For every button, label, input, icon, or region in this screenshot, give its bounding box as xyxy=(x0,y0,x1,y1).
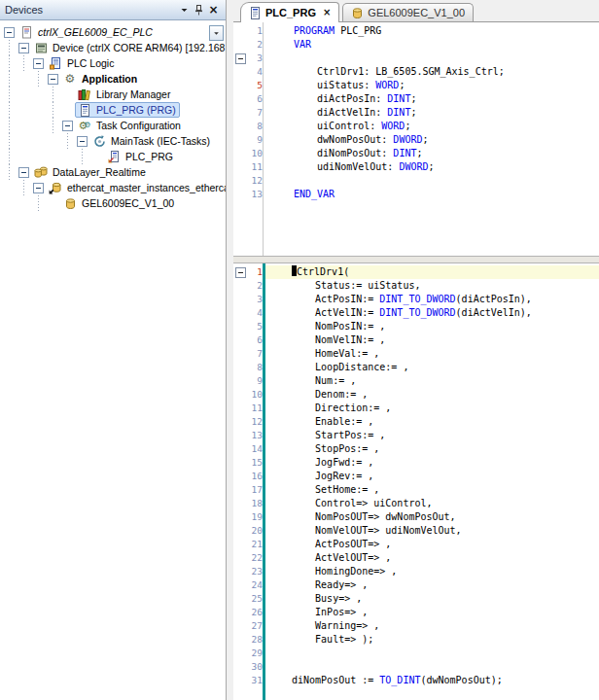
line-number: 10 xyxy=(247,147,263,160)
body-line-5[interactable]: 5 NomPosIN:= , xyxy=(233,320,599,333)
line-number: 4 xyxy=(247,65,263,79)
tree-collapse-toggle[interactable] xyxy=(33,58,44,69)
decl-line-10[interactable]: 10 diNomPosOut: DINT; xyxy=(233,147,599,160)
tree-item-device-ctrlx-core-arm64-192-168-0-1[interactable]: Device (ctrlX CORE ARM64) [192.168.0.1] xyxy=(0,40,226,55)
tree-guide xyxy=(18,71,33,87)
fold-toggle[interactable] xyxy=(235,267,246,278)
fold-margin xyxy=(233,647,247,660)
tree-collapse-toggle[interactable] xyxy=(4,27,15,38)
body-line-1[interactable]: 1CtrlDrv1( xyxy=(233,265,599,279)
editor-tab-plc-prg[interactable]: PLC_PRG× xyxy=(240,2,339,22)
close-icon[interactable]: × xyxy=(206,3,221,17)
tree-guide xyxy=(4,40,18,55)
tree-collapse-toggle[interactable] xyxy=(77,136,88,147)
body-line-23[interactable]: 23 HomingDone=> , xyxy=(233,565,599,578)
decl-line-4[interactable]: 4 CtrlDrv1: LB_6505.SGM_Axis_Ctrl; xyxy=(233,65,599,79)
body-line-17[interactable]: 17 SetHome:= , xyxy=(233,483,599,497)
active-application-dropdown[interactable] xyxy=(209,25,224,41)
decl-line-7[interactable]: 7 diActVelIn: DINT; xyxy=(233,106,599,120)
tree-collapse-toggle[interactable] xyxy=(18,167,29,178)
fold-margin xyxy=(233,79,247,92)
ethercat-icon xyxy=(48,181,63,194)
code-text: dwNomPosOut: DWORD; xyxy=(264,133,599,147)
decl-line-12[interactable]: 12 xyxy=(233,174,599,188)
fold-margin xyxy=(233,415,247,429)
tree-item-label: ctrlX_GEL6009_EC_PLC xyxy=(36,26,155,38)
fold-margin xyxy=(233,120,247,133)
tree-item-ethercat-master-instances-ethercatma[interactable]: ethercat_master_instances_ethercatma xyxy=(0,180,226,195)
tree-item-datalayer-realtime[interactable]: DataLayer_Realtime xyxy=(0,164,226,180)
body-line-24[interactable]: 24 Ready=> , xyxy=(233,578,599,592)
tree-collapse-toggle[interactable] xyxy=(48,74,58,85)
tree-item-ctrlx-gel6009-ec-plc[interactable]: ctrlX_GEL6009_EC_PLC xyxy=(0,24,226,40)
body-line-28[interactable]: 28 Fault=> ); xyxy=(233,633,599,647)
implementation-editor[interactable]: 1CtrlDrv1(2 Status:= uiStatus,3 ActPosIN… xyxy=(233,263,599,700)
code-text: ActPosIN:= DINT_TO_DWORD(diActPosIn), xyxy=(265,293,599,306)
decl-line-5[interactable]: 5 uiStatus: WORD; xyxy=(233,79,599,92)
line-number: 28 xyxy=(247,633,263,647)
decl-line-13[interactable]: 13END_VAR xyxy=(233,188,599,201)
fold-margin xyxy=(233,565,247,578)
declaration-editor[interactable]: 1PROGRAM PLC_PRG2VAR34 CtrlDrv1: LB_6505… xyxy=(233,22,599,256)
body-line-19[interactable]: 19 NomPosOUT=> dwNomPosOut, xyxy=(233,510,599,524)
body-line-16[interactable]: 16 JogRev:= , xyxy=(233,470,599,483)
tree-item-plc-logic[interactable]: PLC Logic xyxy=(0,55,226,71)
fold-margin xyxy=(233,133,247,147)
body-line-31[interactable]: 31diNomPosOut := TO_DINT(dwNomPosOut); xyxy=(233,674,599,687)
decl-line-1[interactable]: 1PROGRAM PLC_PRG xyxy=(233,24,599,38)
tab-close-icon[interactable]: × xyxy=(323,8,331,18)
decl-line-9[interactable]: 9 dwNomPosOut: DWORD; xyxy=(233,133,599,147)
tree-item-maintask-iec-tasks[interactable]: MainTask (IEC-Tasks) xyxy=(0,133,226,149)
fold-toggle[interactable] xyxy=(235,53,246,64)
body-line-15[interactable]: 15 JogFwd:= , xyxy=(233,456,599,470)
tree-item-application[interactable]: ⚙Application xyxy=(0,71,226,87)
decl-line-2[interactable]: 2VAR xyxy=(233,38,599,52)
tree-collapse-toggle[interactable] xyxy=(18,43,29,53)
decl-line-6[interactable]: 6 diActPosIn: DINT; xyxy=(233,92,599,106)
fold-margin xyxy=(233,606,247,619)
tree-collapse-toggle[interactable] xyxy=(62,121,73,131)
body-line-11[interactable]: 11 Direction:= , xyxy=(233,402,599,415)
body-line-29[interactable]: 29 xyxy=(233,647,599,660)
body-line-26[interactable]: 26 InPos=> , xyxy=(233,606,599,619)
body-line-6[interactable]: 6 NomVelIN:= , xyxy=(233,333,599,347)
body-line-27[interactable]: 27 Warning=> , xyxy=(233,619,599,633)
line-number: 23 xyxy=(247,565,263,578)
decl-line-3[interactable]: 3 xyxy=(233,52,599,65)
body-line-13[interactable]: 13 StartPos:= , xyxy=(233,429,599,442)
body-line-2[interactable]: 2 Status:= uiStatus, xyxy=(233,279,599,293)
tree-item-plc-prg-prg[interactable]: PLC_PRG (PRG) xyxy=(0,102,226,118)
tree-collapse-toggle[interactable] xyxy=(33,183,44,193)
body-line-8[interactable]: 8 LoopDistance:= , xyxy=(233,361,599,374)
line-number: 13 xyxy=(247,188,263,201)
tree-guide xyxy=(18,195,33,211)
body-line-4[interactable]: 4 ActVelIN:= DINT_TO_DWORD(diActVelIn), xyxy=(233,306,599,320)
tree-item-task-configuration[interactable]: ⚙⚙Task Configuration xyxy=(0,118,226,133)
body-line-9[interactable]: 9 Num:= , xyxy=(233,374,599,388)
tree-item-gel6009ec-v1-00[interactable]: GEL6009EC_V1_00 xyxy=(0,195,226,211)
line-number: 7 xyxy=(247,347,263,361)
body-line-14[interactable]: 14 StopPos:= , xyxy=(233,442,599,456)
body-line-18[interactable]: 18 Control=> uiControl, xyxy=(233,497,599,510)
code-text: diNomPosOut: DINT; xyxy=(264,147,599,160)
body-line-10[interactable]: 10 Denom:= , xyxy=(233,388,599,402)
body-line-3[interactable]: 3 ActPosIN:= DINT_TO_DWORD(diActPosIn), xyxy=(233,293,599,306)
tree-item-plc-prg[interactable]: PLC_PRG xyxy=(0,149,226,164)
body-line-20[interactable]: 20 NomVelOUT=> udiNomVelOut, xyxy=(233,524,599,538)
chevron-down-icon[interactable] xyxy=(177,3,192,17)
body-line-30[interactable]: 30 xyxy=(233,660,599,674)
fold-margin xyxy=(233,347,247,361)
body-line-12[interactable]: 12 Enable:= , xyxy=(233,415,599,429)
decl-line-11[interactable]: 11 udiNomVelOut: DWORD; xyxy=(233,160,599,174)
body-line-7[interactable]: 7 HomeVal:= , xyxy=(233,347,599,361)
tree-guide xyxy=(48,133,62,149)
tree-item-library-manager[interactable]: Library Manager xyxy=(0,87,226,102)
body-line-22[interactable]: 22 ActVelOUT=> , xyxy=(233,551,599,565)
pin-icon[interactable] xyxy=(192,3,206,17)
editor-tab-gel6009ec-v1-00[interactable]: GEL6009EC_V1_00 xyxy=(342,3,474,21)
body-line-25[interactable]: 25 Busy=> , xyxy=(233,592,599,606)
body-line-21[interactable]: 21 ActPosOUT=> , xyxy=(233,538,599,551)
editor-section-splitter[interactable] xyxy=(233,256,599,263)
decl-line-8[interactable]: 8 uiControl: WORD; xyxy=(233,120,599,133)
line-number: 27 xyxy=(247,619,263,633)
